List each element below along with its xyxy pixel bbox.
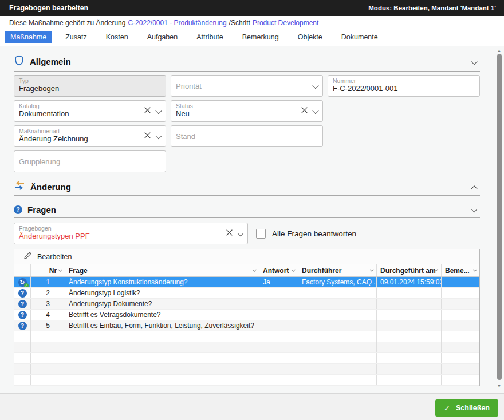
tab-objekte[interactable]: Objekte bbox=[292, 31, 328, 43]
stand-field[interactable]: Stand bbox=[171, 125, 323, 147]
cell-antwort bbox=[259, 310, 298, 320]
massnahmenart-clear-icon[interactable] bbox=[144, 131, 151, 141]
scrollbar-up-arrow-icon[interactable]: ▲ bbox=[497, 49, 501, 53]
table-row[interactable]: ? 5 Betrifft es Einbau, Form, Funktion, … bbox=[14, 320, 479, 331]
table-row[interactable]: ? 3 Änderungstyp Dokumente? bbox=[14, 299, 479, 310]
massnahmenart-dropdown-chevron-icon[interactable] bbox=[156, 131, 161, 141]
katalog-field[interactable]: Katalog Dokumentation bbox=[14, 100, 166, 122]
fields-row-3: Maßnahmenart Änderung Zeichnung Stand bbox=[14, 125, 480, 147]
cell-durchgefuehrt-am: 09.01.2024 15:59:03 bbox=[377, 277, 442, 287]
sort-chevron-icon bbox=[370, 268, 373, 271]
collapse-allgemein-chevron-down-icon[interactable] bbox=[472, 57, 477, 67]
status-dropdown-chevron-icon[interactable] bbox=[313, 106, 318, 116]
cell-durchgefuehrt-am bbox=[377, 310, 442, 320]
cell-durchfuehrer: Factory Systems, CAQ ... bbox=[298, 277, 377, 287]
cell-durchfuehrer bbox=[298, 320, 377, 331]
prioritaet-dropdown-chevron-icon[interactable] bbox=[313, 81, 318, 91]
table-row[interactable]: ? 4 Betrifft es Vetragsdokumente? bbox=[14, 310, 479, 320]
col-header-bemerkung[interactable]: Beme... bbox=[442, 264, 479, 276]
alle-fragen-checkbox[interactable] bbox=[256, 229, 266, 239]
cell-durchgefuehrt-am bbox=[377, 288, 442, 298]
typ-label: Typ bbox=[19, 77, 161, 84]
breadcrumb-change-link[interactable]: C-2022/0001 - Produktänderung bbox=[128, 19, 226, 27]
cell-durchgefuehrt-am bbox=[377, 299, 442, 309]
cell-nr: 5 bbox=[31, 320, 65, 331]
massnahmenart-field[interactable]: Maßnahmenart Änderung Zeichnung bbox=[14, 125, 166, 147]
breadcrumb-step-link[interactable]: Product Development bbox=[253, 19, 318, 27]
stand-placeholder: Stand bbox=[176, 132, 195, 141]
tab-bemerkung[interactable]: Bemerkung bbox=[237, 31, 285, 43]
question-open-icon: ? bbox=[18, 322, 27, 330]
katalog-dropdown-chevron-icon[interactable] bbox=[156, 106, 161, 116]
section-header-allgemein: Allgemein bbox=[14, 46, 480, 72]
table-row[interactable]: ? 2 Änderungstyp Logistik? bbox=[14, 288, 479, 299]
fragebogen-dropdown-chevron-icon[interactable] bbox=[238, 228, 243, 239]
cell-nr: 3 bbox=[31, 299, 65, 309]
nummer-value: F-C-2022/0001-001 bbox=[333, 84, 475, 93]
status-clear-icon[interactable] bbox=[301, 106, 308, 116]
col-header-durchfuehrer[interactable]: Durchführer bbox=[298, 264, 377, 276]
cell-frage: Änderungstyp Konstruktionsänderung? bbox=[65, 277, 259, 287]
close-button-label: Schließen bbox=[456, 404, 490, 412]
edit-button[interactable]: Bearbeiten bbox=[37, 253, 72, 261]
tab-kosten[interactable]: Kosten bbox=[100, 31, 134, 43]
table-row-empty[interactable] bbox=[14, 375, 479, 386]
table-row-empty[interactable] bbox=[14, 331, 479, 342]
tab-attribute[interactable]: Attribute bbox=[191, 31, 229, 43]
cell-antwort: Ja bbox=[259, 277, 298, 287]
cell-durchfuehrer bbox=[298, 288, 377, 298]
checkmark-icon: ✓ bbox=[444, 404, 450, 413]
collapse-aenderung-chevron-up-icon[interactable] bbox=[472, 181, 477, 192]
col-header-nr[interactable]: Nr bbox=[31, 264, 65, 276]
mode-info: Modus: Bearbeiten, Mandant 'Mandant 1' bbox=[368, 5, 496, 11]
edit-pencil-icon[interactable] bbox=[23, 251, 32, 262]
col-header-durchgefuehrt-am[interactable]: Durchgeführt am bbox=[377, 264, 442, 276]
fragebogen-field[interactable]: Fragebogen Änderungstypen PPF bbox=[14, 223, 248, 244]
status-field[interactable]: Status Neu bbox=[171, 100, 323, 122]
fields-row-4: Gruppierung bbox=[14, 150, 480, 172]
gruppierung-field[interactable]: Gruppierung bbox=[14, 150, 166, 172]
cell-antwort bbox=[259, 320, 298, 331]
cell-bemerkung bbox=[442, 288, 479, 298]
table-row-empty[interactable] bbox=[14, 364, 479, 375]
close-button[interactable]: ✓ Schließen bbox=[435, 399, 498, 417]
prioritaet-field[interactable]: Priorität bbox=[171, 75, 323, 97]
fields-row-1: Typ Fragebogen Priorität Nummer F-C-2022… bbox=[14, 75, 480, 97]
questions-table: Bearbeiten Nr Frage Antwort Durchführer … bbox=[14, 249, 480, 386]
col-header-antwort[interactable]: Antwort bbox=[259, 264, 298, 276]
footer-bar: ✓ Schließen bbox=[0, 393, 504, 420]
tab-zusatz[interactable]: Zusatz bbox=[60, 31, 93, 43]
cell-durchfuehrer bbox=[298, 310, 377, 320]
table-row[interactable]: ↻✓ 1 Änderungstyp Konstruktionsänderung?… bbox=[14, 277, 479, 288]
typ-field[interactable]: Typ Fragebogen bbox=[14, 75, 166, 97]
col-header-icon bbox=[14, 264, 31, 276]
cell-nr: 2 bbox=[31, 288, 65, 298]
scrollbar-thumb[interactable] bbox=[497, 54, 502, 380]
katalog-clear-icon[interactable] bbox=[144, 106, 151, 116]
cell-durchgefuehrt-am bbox=[377, 320, 442, 331]
cell-frage: Änderungstyp Logistik? bbox=[65, 288, 259, 298]
fragebogen-label: Fragebogen bbox=[19, 225, 243, 232]
fields-row-2: Katalog Dokumentation Status Neu bbox=[14, 100, 480, 122]
typ-value: Fragebogen bbox=[19, 84, 161, 93]
scrollbar-down-arrow-icon[interactable]: ▼ bbox=[497, 384, 501, 388]
tab-massnahme[interactable]: Maßnahme bbox=[5, 31, 52, 43]
table-row-empty[interactable] bbox=[14, 342, 479, 353]
gruppierung-placeholder: Gruppierung bbox=[19, 157, 60, 166]
tab-dokumente[interactable]: Dokumente bbox=[336, 31, 384, 43]
fragebogen-clear-icon[interactable] bbox=[226, 228, 233, 239]
window-title: Fragebogen bearbeiten bbox=[9, 4, 88, 12]
cell-antwort bbox=[259, 299, 298, 309]
question-answered-icon: ↻✓ bbox=[18, 278, 27, 287]
question-open-icon: ? bbox=[18, 289, 27, 298]
section-title-fragen: Fragen bbox=[27, 205, 56, 215]
cell-frage: Betrifft es Einbau, Form, Funktion, Leis… bbox=[65, 320, 259, 331]
tab-aufgaben[interactable]: Aufgaben bbox=[141, 31, 184, 43]
section-header-fragen: ? Fragen bbox=[14, 196, 480, 218]
section-title-allgemein: Allgemein bbox=[30, 57, 71, 66]
table-row-empty[interactable] bbox=[14, 353, 479, 364]
collapse-fragen-chevron-down-icon[interactable] bbox=[472, 204, 477, 215]
tabbar: Maßnahme Zusatz Kosten Aufgaben Attribut… bbox=[0, 29, 504, 46]
col-header-frage[interactable]: Frage bbox=[65, 264, 259, 276]
nummer-field[interactable]: Nummer F-C-2022/0001-001 bbox=[328, 75, 480, 97]
